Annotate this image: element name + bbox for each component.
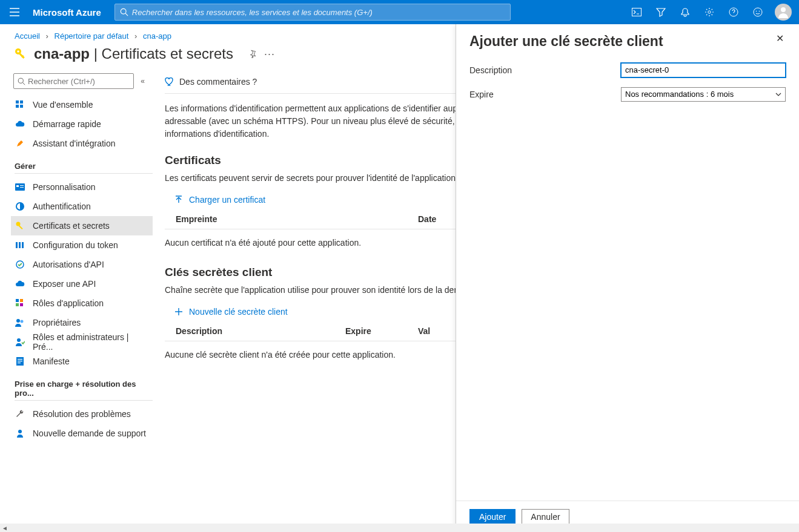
- sidebar: « Vue d'ensemble Démarrage rapide Assist…: [0, 70, 153, 532]
- svg-rect-22: [20, 187, 24, 188]
- close-icon[interactable]: ✕: [774, 33, 786, 44]
- svg-rect-40: [18, 363, 21, 363]
- hamburger-icon: [10, 8, 19, 16]
- sidebar-item-overview[interactable]: Vue d'ensemble: [11, 95, 153, 114]
- cloud-shell-icon[interactable]: [625, 0, 649, 24]
- secrets-col-value: Val: [418, 326, 430, 336]
- sidebar-section-manage: Gérer: [15, 162, 153, 174]
- chevron-right-icon: [42, 31, 52, 41]
- key-icon: [13, 47, 28, 61]
- sidebar-item-label: Résolution des problèmes: [33, 409, 131, 419]
- svg-rect-33: [20, 303, 23, 306]
- horizontal-scrollbar[interactable]: ◄: [0, 524, 799, 532]
- person-icon: [776, 5, 791, 19]
- chevron-down-icon: [775, 93, 781, 96]
- svg-rect-2: [632, 8, 642, 16]
- wrench-icon: [15, 409, 25, 419]
- svg-rect-30: [16, 299, 19, 302]
- breadcrumb-app[interactable]: cna-app: [143, 31, 171, 41]
- sidebar-item-authentication[interactable]: Authentification: [11, 197, 153, 216]
- cancel-button[interactable]: Annuler: [522, 509, 569, 525]
- top-bar: Microsoft Azure: [0, 0, 799, 24]
- panel-header: Ajouter une clé secrète client ✕: [456, 24, 799, 57]
- permissions-icon: [15, 259, 25, 270]
- sidebar-item-api-permissions[interactable]: Autorisations d'API: [11, 255, 153, 274]
- add-client-secret-panel: Ajouter une clé secrète client ✕ Descrip…: [456, 24, 799, 532]
- sidebar-item-new-support-request[interactable]: Nouvelle demande de support: [11, 424, 153, 443]
- chevron-right-icon: [131, 31, 141, 41]
- manifest-icon: [15, 356, 25, 367]
- collapse-sidebar-icon[interactable]: «: [140, 77, 145, 85]
- add-button[interactable]: Ajouter: [469, 509, 516, 525]
- breadcrumb-home[interactable]: Accueil: [15, 31, 40, 41]
- secrets-col-expires: Expire: [345, 326, 418, 336]
- new-client-secret-label: Nouvelle clé secrète client: [189, 307, 288, 317]
- svg-rect-18: [20, 105, 23, 108]
- brand-label[interactable]: Microsoft Azure: [29, 7, 112, 18]
- expires-row: Expire Nos recommandations : 6 mois: [469, 87, 786, 102]
- search-icon: [18, 77, 25, 85]
- description-label: Description: [469, 65, 621, 75]
- svg-rect-15: [16, 100, 19, 103]
- help-icon[interactable]: [721, 0, 746, 24]
- support-icon: [15, 428, 25, 439]
- upload-icon: [174, 195, 183, 204]
- sidebar-item-label: Propriétaires: [33, 318, 81, 327]
- sidebar-item-branding[interactable]: Personnalisation: [11, 177, 153, 197]
- svg-point-35: [21, 320, 24, 323]
- rocket-icon: [15, 138, 25, 149]
- certificates-col-thumbprint: Empreinte: [176, 214, 418, 224]
- expires-select[interactable]: Nos recommandations : 6 mois: [621, 87, 786, 102]
- directory-filter-icon[interactable]: [649, 0, 673, 24]
- sidebar-item-integration-assistant[interactable]: Assistant d'intégration: [11, 134, 153, 153]
- plus-icon: [174, 307, 183, 316]
- panel-title: Ajouter une clé secrète client: [469, 33, 663, 51]
- sidebar-item-label: Autorisations d'API: [33, 260, 104, 269]
- svg-rect-16: [20, 100, 23, 103]
- auth-icon: [15, 201, 25, 212]
- sidebar-section-support: Prise en charge + résolution des pro...: [15, 379, 153, 401]
- sidebar-item-label: Vue d'ensemble: [33, 100, 93, 110]
- page-title-sep: |: [90, 45, 102, 62]
- sidebar-item-manifest[interactable]: Manifeste: [11, 352, 153, 371]
- notifications-icon[interactable]: [673, 0, 697, 24]
- account-avatar[interactable]: [775, 4, 792, 21]
- sidebar-item-owners[interactable]: Propriétaires: [11, 313, 153, 332]
- sidebar-item-troubleshoot[interactable]: Résolution des problèmes: [11, 404, 153, 424]
- sidebar-item-certificates-secrets[interactable]: Certificats et secrets: [11, 216, 153, 235]
- sidebar-search[interactable]: [13, 73, 134, 89]
- sidebar-item-label: Rôles d'application: [33, 298, 104, 308]
- breadcrumb-directory[interactable]: Répertoire par défaut: [55, 31, 129, 41]
- menu-toggle[interactable]: [0, 0, 29, 24]
- description-input[interactable]: [621, 63, 786, 77]
- topbar-right: [625, 0, 799, 24]
- svg-rect-26: [16, 242, 18, 248]
- svg-point-6: [756, 11, 757, 12]
- sidebar-item-app-roles[interactable]: Rôles d'application: [11, 294, 153, 313]
- sidebar-item-expose-api[interactable]: Exposer une API: [11, 274, 153, 294]
- upload-certificate-label: Charger un certificat: [189, 195, 265, 205]
- sidebar-item-token-config[interactable]: Configuration du token: [11, 235, 153, 255]
- svg-point-3: [708, 11, 711, 13]
- more-icon[interactable]: ···: [261, 45, 278, 62]
- sidebar-item-quickstart[interactable]: Démarrage rapide: [11, 114, 153, 134]
- page-title-app: cna-app: [34, 45, 90, 62]
- svg-point-10: [17, 50, 19, 53]
- sidebar-item-label: Démarrage rapide: [33, 119, 101, 129]
- settings-icon[interactable]: [697, 0, 721, 24]
- svg-point-34: [16, 319, 20, 323]
- sidebar-item-roles-admins[interactable]: Rôles et administrateurs | Pré...: [11, 332, 153, 352]
- scroll-left-icon[interactable]: ◄: [0, 525, 10, 531]
- svg-point-36: [17, 338, 21, 342]
- cloud-icon: [15, 278, 25, 289]
- feedback-icon[interactable]: [746, 0, 770, 24]
- pin-icon[interactable]: [244, 45, 261, 62]
- global-search-input[interactable]: [132, 8, 505, 17]
- sidebar-search-input[interactable]: [28, 77, 130, 86]
- page-title: cna-app | Certificats et secrets: [34, 45, 233, 62]
- feedback-link[interactable]: Des commentaires ?: [165, 77, 257, 87]
- svg-line-14: [23, 82, 25, 85]
- global-search[interactable]: [114, 4, 511, 21]
- feedback-label: Des commentaires ?: [179, 77, 257, 87]
- page-title-section: Certificats et secrets: [102, 45, 233, 62]
